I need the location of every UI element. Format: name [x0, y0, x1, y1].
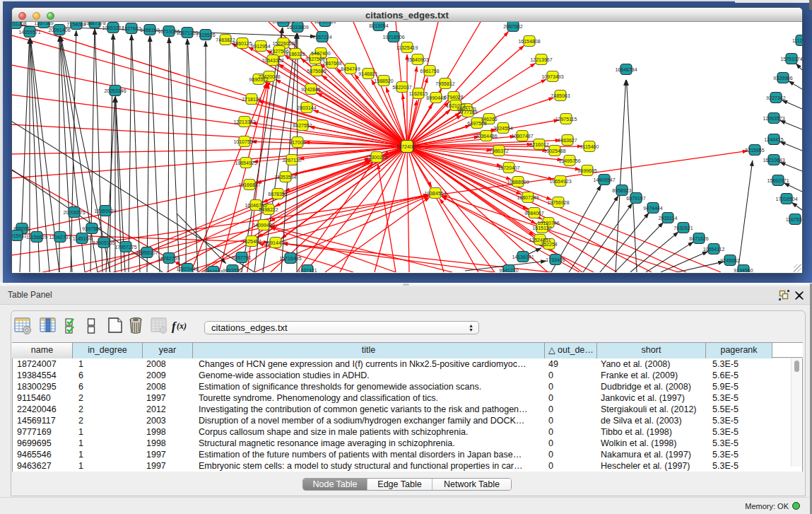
svg-text:10807487: 10807487	[511, 134, 533, 139]
svg-text:3024554: 3024554	[493, 126, 512, 131]
svg-text:1244415: 1244415	[764, 137, 783, 142]
svg-text:9115460: 9115460	[580, 144, 599, 149]
svg-text:8954519: 8954519	[204, 269, 223, 273]
svg-text:1733426: 1733426	[546, 257, 565, 262]
svg-text:6466160: 6466160	[140, 28, 159, 33]
svg-text:16782759: 16782759	[158, 256, 180, 261]
svg-text:7986372: 7986372	[489, 148, 508, 153]
svg-text:22420046: 22420046	[258, 74, 280, 79]
svg-text:12213967: 12213967	[530, 57, 552, 62]
svg-text:19384554: 19384554	[424, 191, 446, 196]
svg-text:1037421: 1037421	[298, 268, 317, 273]
svg-text:9242845: 9242845	[301, 87, 320, 92]
svg-text:9084067: 9084067	[524, 211, 543, 216]
svg-text:3267130: 3267130	[282, 158, 301, 163]
svg-text:14409547: 14409547	[593, 177, 615, 182]
svg-text:1588520: 1588520	[374, 78, 393, 83]
svg-text:15720407: 15720407	[498, 165, 519, 170]
svg-text:8471626: 8471626	[689, 236, 708, 241]
svg-text:9777169: 9777169	[458, 110, 477, 115]
svg-text:18807249: 18807249	[517, 195, 539, 200]
svg-text:10958107: 10958107	[136, 250, 158, 255]
svg-text:7625402: 7625402	[242, 239, 261, 244]
svg-text:10688609: 10688609	[507, 180, 529, 185]
svg-text:10025488: 10025488	[543, 148, 565, 153]
svg-text:9227342: 9227342	[766, 95, 785, 100]
svg-text:19654925: 19654925	[235, 160, 257, 165]
svg-text:1145194: 1145194	[73, 236, 92, 241]
svg-text:917004: 917004	[289, 140, 305, 145]
svg-text:15692971: 15692971	[767, 178, 789, 183]
svg-text:15716485: 15716485	[279, 256, 301, 261]
svg-text:6216012: 6216012	[529, 142, 548, 147]
svg-text:8186328: 8186328	[286, 52, 305, 57]
svg-text:11156829: 11156829	[26, 235, 47, 240]
svg-text:15640903: 15640903	[406, 57, 428, 62]
svg-text:5498222: 5498222	[259, 207, 278, 212]
svg-text:9194560: 9194560	[734, 268, 753, 273]
svg-text:16914479: 16914479	[264, 240, 286, 245]
svg-text:10654112: 10654112	[703, 247, 725, 252]
svg-text:8860125: 8860125	[233, 41, 252, 46]
svg-text:6497568: 6497568	[467, 121, 486, 126]
svg-text:1357389: 1357389	[34, 22, 53, 25]
svg-text:9699695: 9699695	[577, 168, 596, 173]
svg-text:1527602: 1527602	[122, 26, 141, 31]
svg-text:9329966: 9329966	[773, 76, 792, 81]
svg-text:11325419: 11325419	[396, 45, 418, 50]
svg-text:9146821: 9146821	[358, 71, 377, 76]
svg-text:14136141: 14136141	[512, 255, 534, 259]
svg-text:3915931: 3915931	[12, 233, 27, 238]
svg-text:8958923: 8958923	[612, 188, 631, 193]
svg-text:16210643: 16210643	[763, 158, 784, 163]
svg-text:18799731: 18799731	[314, 22, 336, 24]
svg-text:9463627: 9463627	[558, 138, 577, 143]
svg-text:12975115: 12975115	[555, 117, 577, 122]
svg-text:15751074: 15751074	[780, 57, 802, 62]
svg-text:16671355: 16671355	[176, 30, 198, 35]
svg-text:6961758: 6961758	[420, 69, 439, 74]
svg-text:11353594: 11353594	[275, 175, 297, 180]
svg-text:17016504: 17016504	[775, 197, 797, 201]
svg-text:7955812: 7955812	[435, 81, 454, 86]
svg-text:1615132: 1615132	[532, 226, 551, 230]
svg-text:5822037: 5822037	[392, 85, 411, 90]
svg-text:17957275: 17957275	[114, 245, 136, 250]
svg-text:19756928: 19756928	[547, 200, 569, 205]
svg-text:12093573: 12093573	[763, 116, 784, 121]
svg-text:20053346: 20053346	[104, 88, 126, 93]
svg-text:5875685: 5875685	[307, 69, 326, 74]
svg-text:9245652: 9245652	[720, 258, 739, 263]
svg-text:19218506: 19218506	[382, 35, 404, 40]
svg-text:12923446: 12923446	[176, 267, 198, 271]
svg-text:5467400: 5467400	[311, 51, 330, 56]
svg-text:1162615: 1162615	[409, 91, 428, 96]
svg-text:15495756: 15495756	[558, 158, 580, 163]
svg-text:20091406: 20091406	[48, 28, 70, 33]
svg-text:1167534: 1167534	[786, 217, 802, 222]
svg-text:9474444: 9474444	[643, 206, 662, 211]
svg-text:2867608: 2867608	[322, 61, 341, 66]
svg-text:10973493: 10973493	[541, 74, 563, 79]
svg-text:8427552: 8427552	[293, 123, 312, 128]
svg-text:20206575: 20206575	[63, 210, 85, 215]
svg-text:2933114: 2933114	[659, 216, 678, 221]
svg-text:14099489: 14099489	[252, 223, 274, 228]
svg-text:9397586: 9397586	[82, 226, 101, 231]
svg-text:2087682: 2087682	[503, 24, 522, 29]
svg-text:9457791: 9457791	[232, 255, 251, 260]
svg-text:252254: 252254	[541, 242, 557, 247]
svg-text:10653267: 10653267	[102, 25, 124, 30]
svg-text:2718120: 2718120	[242, 97, 261, 102]
svg-text:835051: 835051	[13, 226, 30, 231]
svg-text:12905135: 12905135	[93, 240, 114, 245]
svg-text:19654923: 19654923	[549, 179, 571, 184]
svg-text:20364486: 20364486	[475, 134, 497, 139]
svg-text:(x): (x)	[177, 321, 187, 331]
svg-text:8215955: 8215955	[745, 148, 764, 153]
svg-text:18724007: 18724007	[396, 144, 418, 149]
svg-text:8990448: 8990448	[426, 95, 445, 100]
svg-text:12042737: 12042737	[49, 235, 71, 240]
svg-text:8454749: 8454749	[341, 66, 360, 71]
svg-text:16231208: 16231208	[12, 22, 27, 26]
